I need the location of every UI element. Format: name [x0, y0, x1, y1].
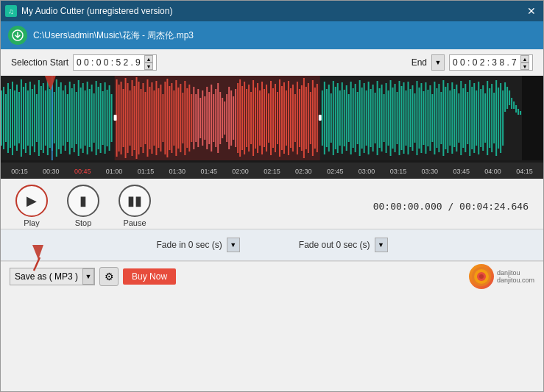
save-format-dropdown[interactable]: ▼	[82, 268, 94, 285]
svg-rect-87	[182, 93, 183, 143]
stop-label: Stop	[75, 218, 92, 227]
timeline-bar: 00:15 00:30 00:45 01:00 01:15 01:30 01:4…	[1, 163, 543, 179]
svg-rect-176	[377, 81, 378, 155]
fade-out-group: Fade out 0 sec (s) ▼	[299, 238, 388, 252]
bottom-row: Save as ( MP3 ) ▼ ⚙ Buy Now danjitou dan…	[1, 261, 543, 291]
marker-17: 04:15	[516, 168, 533, 175]
svg-rect-104	[219, 92, 221, 144]
svg-rect-142	[303, 78, 305, 158]
svg-rect-13	[21, 79, 22, 157]
marker-14: 03:30	[422, 168, 439, 175]
svg-rect-181	[388, 90, 389, 146]
svg-rect-135	[288, 81, 289, 155]
svg-rect-141	[301, 85, 303, 151]
svg-rect-76	[158, 88, 159, 148]
settings-button[interactable]: ⚙	[99, 267, 119, 286]
svg-rect-186	[399, 81, 400, 155]
svg-rect-120	[255, 88, 256, 149]
svg-rect-38	[76, 92, 77, 144]
controls-row: ▶ Play ▮ Stop ▮▮ Pause 00:00:00.000 / 00…	[1, 179, 543, 229]
svg-rect-83	[173, 90, 174, 146]
svg-rect-36	[71, 88, 73, 148]
start-time-down[interactable]: ▼	[144, 63, 153, 70]
svg-rect-71	[146, 79, 148, 157]
svg-rect-241	[520, 111, 521, 115]
svg-rect-152	[324, 82, 325, 154]
svg-rect-168	[359, 80, 361, 156]
svg-rect-212	[456, 85, 457, 152]
svg-rect-206	[442, 80, 444, 156]
svg-rect-196	[420, 83, 422, 153]
play-button[interactable]: ▶ Play	[15, 185, 48, 227]
svg-rect-5	[3, 87, 4, 149]
svg-rect-238	[513, 101, 515, 109]
svg-rect-48	[98, 87, 99, 149]
watermark: danjitou danjitou.com	[469, 264, 534, 289]
svg-rect-40	[80, 88, 82, 149]
watermark-svg	[471, 266, 492, 287]
fade-out-label: Fade out 0 sec (s)	[299, 240, 370, 250]
waveform-container[interactable]: 00:15 00:30 00:45 01:00 01:15 01:30 01:4…	[1, 76, 543, 179]
svg-rect-101	[213, 94, 214, 142]
marker-15: 03:45	[453, 168, 470, 175]
close-button[interactable]: ✕	[524, 5, 539, 17]
svg-rect-110	[233, 96, 234, 140]
end-time-down[interactable]: ▼	[520, 63, 529, 70]
end-dropdown[interactable]: ▼	[431, 54, 445, 71]
svg-rect-125	[266, 85, 267, 152]
svg-rect-119	[252, 80, 254, 156]
download-icon	[8, 26, 27, 45]
svg-rect-211	[453, 89, 455, 147]
svg-rect-151	[322, 90, 323, 146]
svg-rect-7	[7, 83, 9, 153]
svg-rect-100	[211, 85, 212, 152]
pause-button[interactable]: ▮▮ Pause	[119, 185, 151, 227]
fade-in-dropdown[interactable]: ▼	[227, 238, 240, 252]
start-time-input[interactable]	[77, 57, 143, 68]
svg-rect-53	[109, 85, 110, 151]
svg-rect-150	[319, 115, 322, 121]
marker-6: 01:30	[169, 168, 186, 175]
marker-3: 00:45	[74, 168, 91, 175]
svg-rect-34	[67, 94, 68, 142]
svg-rect-158	[337, 83, 339, 153]
watermark-line1: danjitou	[497, 269, 534, 277]
svg-rect-154	[328, 85, 330, 152]
buy-now-button[interactable]: Buy Now	[123, 268, 176, 285]
filepath-bar: C:\Users\admin\Music\花海 - 周杰伦.mp3	[1, 21, 543, 49]
stop-circle[interactable]: ▮	[67, 185, 99, 217]
watermark-text-group: danjitou danjitou.com	[497, 269, 534, 284]
svg-rect-90	[188, 85, 190, 152]
svg-rect-46	[93, 93, 95, 143]
end-time-input[interactable]	[453, 57, 519, 68]
waveform-svg	[1, 76, 543, 160]
filepath-text: C:\Users\admin\Music\花海 - 周杰伦.mp3	[33, 29, 194, 42]
svg-rect-109	[230, 90, 232, 146]
svg-rect-124	[264, 89, 265, 147]
svg-rect-93	[195, 94, 197, 142]
svg-rect-180	[386, 83, 387, 153]
svg-rect-218	[469, 80, 470, 156]
svg-rect-221	[476, 90, 477, 146]
selection-row: Selection Start ▲ ▼ End ▼ ▲ ▼	[1, 49, 543, 76]
svg-rect-81	[169, 86, 170, 150]
svg-rect-72	[149, 87, 150, 149]
svg-rect-50	[102, 91, 104, 145]
svg-rect-28	[54, 92, 55, 143]
fade-out-dropdown[interactable]: ▼	[375, 238, 388, 252]
end-time-up[interactable]: ▲	[520, 55, 529, 63]
svg-rect-171	[366, 90, 367, 146]
svg-rect-32	[63, 90, 64, 146]
title-bar-title: My Audio Cutter (unregistered version)	[21, 6, 172, 16]
svg-rect-58	[119, 85, 120, 152]
stop-button[interactable]: ▮ Stop	[67, 185, 99, 227]
svg-rect-172	[368, 82, 370, 154]
svg-rect-144	[308, 83, 309, 153]
play-circle[interactable]: ▶	[15, 185, 48, 217]
svg-rect-63	[130, 90, 131, 146]
svg-rect-15	[25, 83, 27, 153]
pause-circle[interactable]: ▮▮	[119, 185, 151, 217]
start-time-up[interactable]: ▲	[144, 55, 153, 63]
marker-4: 01:00	[106, 168, 123, 175]
marker-10: 02:30	[295, 168, 312, 175]
